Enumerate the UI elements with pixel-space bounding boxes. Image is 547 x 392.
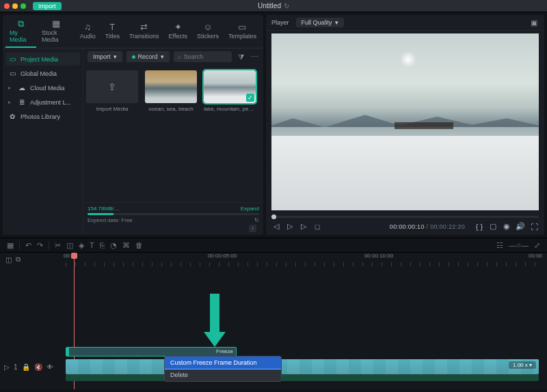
storage-bar	[88, 213, 259, 215]
import-media-card[interactable]: ⇪ Import Media	[86, 70, 138, 112]
fit-icon[interactable]: ⤢	[534, 241, 540, 250]
timecode: 00:00:00:10 / 00:00:22:20	[390, 223, 465, 230]
collapse-icon[interactable]: ‹	[249, 225, 256, 232]
sidebar-item-cloud-media[interactable]: ▸ ☁ Cloud Media	[5, 81, 80, 94]
folder-icon: ▭	[8, 70, 16, 77]
tab-audio[interactable]: ♫Audio	[76, 16, 100, 48]
audio-waveform[interactable]	[66, 374, 539, 381]
search-input[interactable]: ⌕ Search	[174, 51, 232, 62]
video-clip[interactable]: 1.00 x ▾	[66, 359, 539, 374]
tab-transitions[interactable]: ⇄Transitions	[125, 16, 163, 48]
close-window-icon[interactable]	[4, 3, 10, 9]
scissors-icon[interactable]: ✂	[55, 241, 61, 250]
progress-handle[interactable]	[271, 214, 276, 219]
grid-icon[interactable]: ▦	[7, 241, 14, 250]
menu-item-custom-duration[interactable]: Custom Freeze Frame Duration	[165, 356, 281, 369]
menu-item-delete[interactable]: Delete	[165, 369, 281, 381]
snapshot-icon[interactable]: ▣	[529, 18, 539, 27]
step-back-icon[interactable]: ▷	[285, 222, 295, 231]
media-sidebar: ▭ Project Media ▭ Global Media ▸ ☁ Cloud…	[3, 48, 83, 235]
tracks-icon[interactable]: ◫	[5, 256, 12, 264]
freeze-frame-segment[interactable]: Freeze	[66, 347, 237, 356]
chevron-down-icon: ▾	[335, 19, 338, 26]
mute-icon[interactable]: 🔇	[34, 363, 42, 371]
eye-icon[interactable]: 👁	[46, 363, 53, 371]
media-card-lake[interactable]: ✓ lake, mountain, people	[204, 70, 256, 112]
refresh-icon[interactable]: ↻	[254, 217, 259, 223]
prev-frame-icon[interactable]: ◁	[271, 222, 281, 231]
ruler-label: 00:00:10:00	[364, 253, 393, 259]
stickers-icon: ☺	[203, 23, 212, 31]
zoom-slider-icon[interactable]: —○—	[509, 241, 529, 250]
tab-titles[interactable]: TTitles	[101, 16, 124, 48]
braces-icon[interactable]: { }	[475, 223, 484, 231]
gear-icon: ✿	[8, 113, 16, 120]
sidebar-item-adjustment-layer[interactable]: ▸ ≣ Adjustment L...	[5, 96, 80, 109]
media-card-ocean[interactable]: ocean, sea, beach	[145, 70, 197, 112]
clip-thumbnails	[66, 359, 539, 374]
volume-icon[interactable]: 🔊	[516, 222, 525, 231]
title-text: Untitled	[258, 2, 281, 10]
media-grid: ⇪ Import Media ocean, sea, beach ✓ lake,…	[83, 65, 263, 117]
sidebar-item-label: Adjustment L...	[30, 99, 71, 106]
transitions-icon: ⇄	[140, 23, 148, 31]
more-icon[interactable]: ⋯	[250, 52, 259, 61]
tab-stickers[interactable]: ☺Stickers	[193, 16, 223, 48]
effects-icon: ✦	[174, 23, 182, 31]
quality-dropdown[interactable]: Full Quality ▾	[296, 18, 344, 27]
mixer-icon[interactable]: ☷	[496, 241, 503, 250]
link-icon[interactable]: ⌘	[122, 241, 130, 250]
context-menu: Custom Freeze Frame Duration Delete	[164, 356, 282, 382]
import-dropdown[interactable]: Import ▾	[88, 51, 122, 62]
crop-icon[interactable]: ◫	[66, 241, 73, 250]
window-controls	[4, 3, 26, 9]
import-button[interactable]: Import	[33, 2, 62, 10]
undo-icon[interactable]: ↶	[25, 241, 31, 250]
record-dot-icon	[132, 55, 135, 59]
sidebar-item-global-media[interactable]: ▭ Global Media	[5, 67, 80, 80]
display-icon[interactable]: ▢	[488, 222, 498, 231]
tab-effects[interactable]: ✦Effects	[165, 16, 191, 48]
time-ruler[interactable]: 00:00 00:00:05:00 00:00:10:00 00:00	[66, 253, 540, 266]
copy-icon[interactable]: ⎘	[100, 241, 105, 249]
play-icon[interactable]: ▷	[299, 222, 308, 231]
tab-my-media[interactable]: ⧉My Media	[5, 16, 36, 48]
expand-link[interactable]: Expand	[241, 206, 259, 212]
redo-icon[interactable]: ↷	[37, 241, 43, 250]
timeline: ◫ ⧉ 00:00 00:00:05:00 00:00:10:00 00:00 …	[0, 253, 547, 389]
record-dropdown[interactable]: Record ▾	[126, 51, 170, 62]
camera-icon[interactable]: ◉	[502, 222, 511, 231]
tab-stock-media[interactable]: ▦Stock Media	[38, 16, 75, 48]
ruler-label: 00:00:05:00	[208, 253, 237, 259]
clip-zoom-badge: 1.00 x ▾	[509, 361, 536, 369]
annotation-arrow	[205, 294, 224, 347]
stop-icon[interactable]: □	[312, 223, 322, 231]
filter-icon[interactable]: ⧩	[236, 52, 245, 61]
media-thumb	[145, 70, 197, 103]
stock-media-icon: ▦	[52, 19, 60, 28]
sidebar-item-label: Global Media	[21, 70, 57, 77]
tag-icon[interactable]: ◈	[79, 241, 84, 250]
player-tab[interactable]: Player	[271, 19, 289, 26]
sidebar-item-photos-library[interactable]: ✿ Photos Library	[5, 110, 80, 123]
progress-bar[interactable]	[271, 216, 539, 218]
history-icon[interactable]: ↻	[284, 2, 289, 10]
trash-icon[interactable]: 🗑	[135, 241, 143, 249]
sidebar-item-label: Project Media	[21, 56, 58, 63]
link-icon[interactable]: ⧉	[16, 255, 21, 264]
speed-icon[interactable]: ◔	[110, 241, 117, 250]
folder-icon: ▭	[8, 55, 16, 63]
lock-icon[interactable]: 🔒	[22, 363, 30, 371]
import-thumb: ⇪	[86, 70, 138, 103]
video-preview[interactable]	[271, 33, 539, 210]
fullscreen-icon[interactable]: ⛶	[529, 223, 539, 231]
card-caption: ocean, sea, beach	[145, 106, 197, 112]
track-play-icon[interactable]: ▷	[4, 363, 10, 371]
maximize-window-icon[interactable]	[21, 3, 26, 9]
media-toolbar: Import ▾ Record ▾ ⌕ Search ⧩ ⋯	[83, 48, 263, 65]
text-icon[interactable]: T	[90, 241, 94, 249]
sidebar-item-project-media[interactable]: ▭ Project Media	[5, 53, 80, 66]
card-caption: Import Media	[86, 106, 138, 112]
tab-templates[interactable]: ▭Templates	[224, 16, 261, 48]
minimize-window-icon[interactable]	[12, 3, 18, 9]
